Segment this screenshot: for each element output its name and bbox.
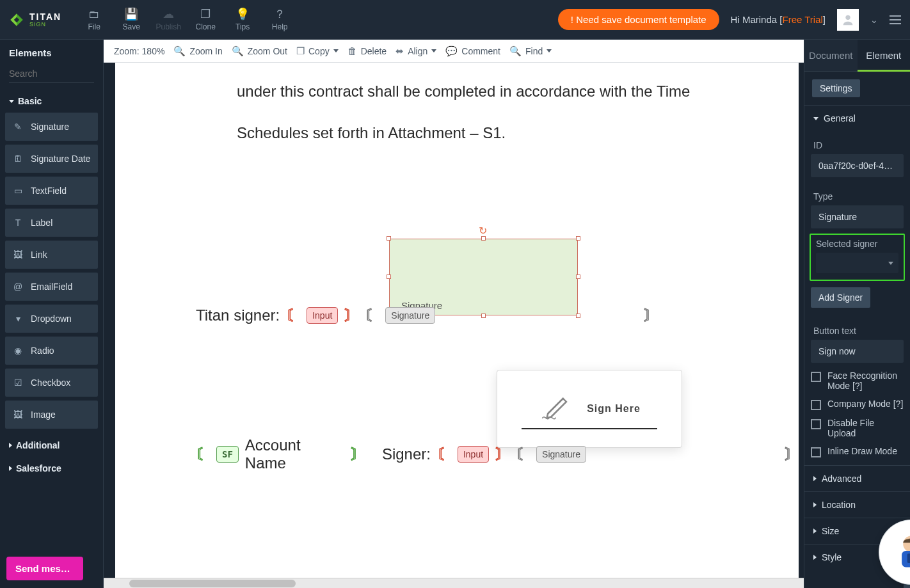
button-text-value[interactable]: Sign now — [811, 340, 904, 363]
copy-button[interactable]: ❐Copy — [296, 45, 339, 57]
menu-clone[interactable]: ❐Clone — [187, 0, 224, 39]
hamburger-menu-icon[interactable] — [890, 15, 901, 24]
signature-fill[interactable]: Signature — [389, 239, 578, 315]
selected-signature-element[interactable]: ↻ Signature — [389, 239, 578, 315]
caret-down-icon — [813, 117, 818, 120]
palette-dropdown[interactable]: ▾Dropdown — [5, 305, 98, 333]
at-icon: @ — [12, 282, 24, 292]
settings-pill[interactable]: Settings — [812, 79, 860, 97]
tab-element[interactable]: Element — [858, 40, 911, 71]
center-panel: Zoom: 180% 🔍Zoom In 🔍Zoom Out ❐Copy 🗑Del… — [104, 40, 804, 588]
bracket-close-icon: 〙 — [344, 306, 358, 325]
bracket-open-icon: 〘 — [365, 306, 379, 325]
folder-icon: 🗀 — [88, 8, 100, 20]
palette-textfield[interactable]: ▭TextField — [5, 177, 98, 205]
caret-right-icon — [813, 502, 817, 507]
tab-document[interactable]: Document — [804, 40, 858, 71]
bracket-close-icon: 〙 — [785, 445, 799, 464]
button-text-label: Button text — [804, 317, 910, 340]
caret-down-icon — [888, 262, 893, 265]
comment-button[interactable]: 💬Comment — [445, 45, 500, 57]
chevron-down-icon[interactable]: ⌄ — [870, 15, 878, 25]
find-button[interactable]: 🔍Find — [509, 45, 552, 57]
signature-pill[interactable]: Signature — [536, 446, 586, 463]
input-pill[interactable]: Input — [307, 307, 338, 324]
group-salesforce[interactable]: Salesforce — [0, 457, 103, 480]
selected-signer-select[interactable] — [816, 253, 898, 273]
section-advanced[interactable]: Advanced — [804, 466, 910, 491]
need-save-button[interactable]: ! Need save document template — [558, 9, 719, 30]
left-title: Elements — [0, 40, 103, 65]
signature-pill[interactable]: Signature — [385, 307, 435, 324]
bracket-close-icon: 〙 — [495, 445, 509, 464]
type-label: Type — [804, 182, 910, 205]
group-basic[interactable]: Basic — [0, 90, 103, 113]
brand-logo[interactable]: TITAN SIGN — [0, 0, 76, 39]
section-general[interactable]: General — [804, 106, 910, 131]
zoom-in-button[interactable]: 🔍Zoom In — [173, 45, 222, 57]
brand-sub: SIGN — [29, 21, 61, 28]
palette-radio[interactable]: ◉Radio — [5, 337, 98, 365]
caret-right-icon — [813, 476, 817, 481]
add-signer-button[interactable]: Add Signer — [811, 287, 870, 308]
check-disable-upload[interactable]: Disable File Upload — [811, 418, 904, 438]
top-bar: TITAN SIGN 🗀File 💾Save ☁Publish ❐Clone 💡… — [0, 0, 910, 40]
check-face-recognition[interactable]: Face Recognition Mode [?] — [811, 370, 904, 391]
zoom-out-button[interactable]: 🔍Zoom Out — [232, 45, 287, 57]
signature-icon — [538, 394, 573, 424]
bracket-close-icon: 〙 — [351, 445, 365, 464]
scrollbar-thumb[interactable] — [129, 580, 296, 587]
id-label: ID — [804, 131, 910, 154]
menu-save[interactable]: 💾Save — [113, 0, 150, 39]
palette-checkbox[interactable]: ☑Checkbox — [5, 369, 98, 397]
resize-handle[interactable] — [387, 236, 391, 241]
menu-file[interactable]: 🗀File — [76, 0, 113, 39]
bracket-open-icon: 〘 — [516, 445, 530, 464]
right-tabs: Document Element — [804, 40, 910, 72]
image-icon: 🖼 — [12, 409, 24, 420]
palette-signature[interactable]: ✎Signature — [5, 113, 98, 141]
group-additional[interactable]: Additional — [0, 434, 103, 457]
canvas[interactable]: under this contract shall be completed i… — [104, 63, 804, 588]
palette-label[interactable]: TLabel — [5, 209, 98, 237]
resize-handle[interactable] — [481, 236, 486, 241]
bracket-open-icon: 〘 — [286, 306, 300, 325]
send-message-button[interactable]: Send mes… — [6, 557, 83, 580]
resize-handle[interactable] — [576, 274, 580, 279]
dropdown-icon: ▾ — [12, 314, 24, 324]
menu-help[interactable]: ？Help — [261, 0, 298, 39]
checkbox-icon[interactable] — [811, 447, 821, 457]
palette-emailfield[interactable]: @EmailField — [5, 273, 98, 301]
delete-button[interactable]: 🗑Delete — [347, 45, 387, 56]
rotate-handle-icon[interactable]: ↻ — [479, 225, 487, 237]
checkbox-icon[interactable] — [811, 419, 821, 429]
palette-image[interactable]: 🖼Image — [5, 401, 98, 429]
palette-signature-date[interactable]: 🗓Signature Date — [5, 145, 98, 173]
align-icon: ⬌ — [395, 45, 404, 57]
checkbox-icon[interactable] — [811, 372, 821, 382]
check-inline-draw[interactable]: Inline Draw Mode — [811, 446, 904, 457]
resize-handle[interactable] — [576, 236, 580, 241]
document-page[interactable]: under this contract shall be completed i… — [115, 63, 799, 578]
text-icon: T — [12, 218, 24, 228]
search-icon: 🔍 — [509, 45, 522, 57]
checkbox-icon[interactable] — [811, 400, 821, 410]
resize-handle[interactable] — [387, 274, 391, 279]
avatar[interactable] — [837, 9, 859, 31]
check-company-mode[interactable]: Company Mode [?] — [811, 399, 904, 410]
align-button[interactable]: ⬌Align — [395, 45, 436, 57]
top-right: ! Need save document template Hi Marinda… — [558, 0, 910, 39]
bracket-open-icon: 〘 — [437, 445, 451, 464]
menu-publish[interactable]: ☁Publish — [150, 0, 187, 39]
zoom-indicator[interactable]: Zoom: 180% — [114, 46, 164, 56]
menu-tips[interactable]: 💡Tips — [224, 0, 261, 39]
palette-link[interactable]: 🖼Link — [5, 241, 98, 269]
sf-pill[interactable]: SF — [216, 446, 239, 463]
section-location[interactable]: Location — [804, 492, 910, 518]
signer-label: Signer: — [382, 445, 431, 463]
search-input-wrap[interactable]: 🔍 — [9, 66, 94, 83]
copy-icon: ❐ — [296, 45, 305, 57]
bracket-open-icon: 〘 — [196, 445, 210, 464]
horizontal-scrollbar[interactable] — [104, 578, 804, 588]
input-pill[interactable]: Input — [458, 446, 489, 463]
